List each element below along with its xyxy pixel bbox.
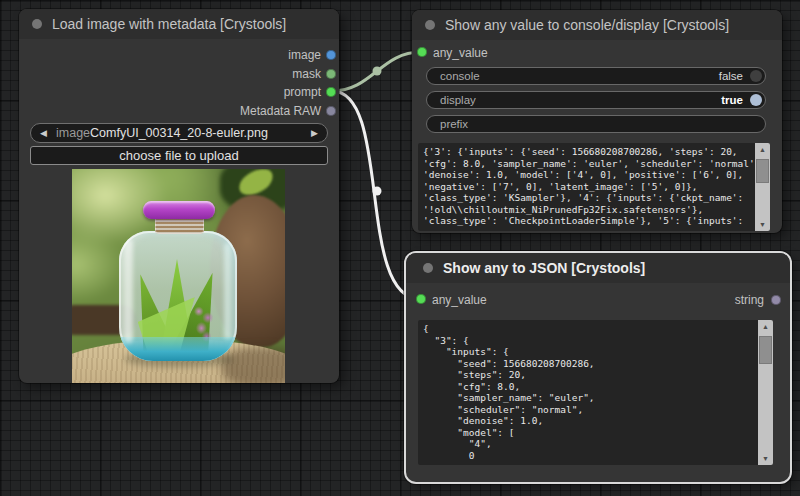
collapse-dot-icon[interactable] [32, 19, 42, 29]
node-titlebar[interactable]: Show any value to console/display [Cryst… [412, 10, 782, 40]
node-title: Show any value to console/display [Cryst… [445, 17, 729, 33]
combo-next-arrow-icon[interactable]: ▶ [311, 124, 318, 142]
output-slot-image[interactable] [326, 50, 336, 60]
choose-file-button[interactable]: choose file to upload [30, 146, 328, 165]
wire-midpoint-dot [373, 187, 382, 196]
output-label-metadata-raw: Metadata RAW [240, 104, 321, 118]
output-slot-metadata-raw[interactable] [326, 106, 336, 116]
scroll-down-icon[interactable]: ▼ [758, 452, 773, 465]
scroll-up-icon[interactable]: ▲ [758, 320, 773, 333]
combo-value: ComfyUI_00314_20-8-euler.png [31, 124, 327, 142]
widget-prefix-input[interactable]: prefix [426, 115, 766, 133]
console-output-textarea[interactable]: {'3': {'inputs': {'seed': 15668020870028… [418, 143, 770, 231]
input-label-any-value: any_value [432, 293, 487, 307]
preview-jar-lid [143, 201, 215, 219]
preview-table-shadow [222, 347, 285, 383]
output-label-string: string [735, 293, 764, 307]
node-title: Load image with metadata [Crystools] [52, 16, 286, 32]
input-slot-any-value[interactable] [417, 47, 427, 57]
preview-glass-jar [119, 231, 237, 361]
collapse-dot-icon[interactable] [425, 20, 435, 30]
toggle-off-icon[interactable] [750, 70, 762, 82]
output-label-image: image [288, 48, 321, 62]
scroll-up-icon[interactable]: ▲ [755, 143, 770, 156]
scrollbar[interactable]: ▲ ▼ [758, 320, 773, 465]
node-show-any-to-json[interactable]: Show any to JSON [Crystools] any_value s… [406, 253, 790, 482]
scroll-down-icon[interactable]: ▼ [755, 218, 770, 231]
scroll-thumb[interactable] [756, 159, 769, 183]
widget-label: prefix [440, 116, 468, 132]
output-label-prompt: prompt [284, 85, 321, 99]
node-titlebar[interactable]: Show any to JSON [Crystools] [406, 253, 790, 283]
node-load-image-with-metadata[interactable]: Load image with metadata [Crystools] ima… [19, 9, 339, 383]
json-output-textarea[interactable]: { "3": { "inputs": { "seed": 15668020870… [418, 320, 773, 465]
widget-label: display [440, 92, 476, 108]
widget-display-toggle[interactable]: display true [426, 91, 766, 109]
preview-glass-highlight [224, 243, 231, 339]
image-file-combo[interactable]: ◀ image ComfyUI_00314_20-8-euler.png ▶ [30, 123, 328, 143]
scrollbar[interactable]: ▲ ▼ [755, 143, 770, 231]
image-preview [72, 169, 285, 383]
node-title: Show any to JSON [Crystools] [443, 260, 645, 276]
console-output-text: {'3': {'inputs': {'seed': 15668020870028… [418, 143, 755, 230]
node-graph-canvas[interactable]: Load image with metadata [Crystools] ima… [0, 0, 800, 496]
widget-value: false [719, 68, 743, 84]
preview-glass-highlight [124, 239, 133, 343]
output-slot-string[interactable] [771, 295, 781, 305]
json-output-text: { "3": { "inputs": { "seed": 15668020870… [418, 320, 758, 464]
input-label-any-value: any_value [433, 46, 488, 60]
collapse-dot-icon[interactable] [423, 263, 433, 273]
toggle-on-icon[interactable] [750, 94, 762, 106]
input-slot-any-value[interactable] [416, 294, 426, 304]
output-slot-mask[interactable] [326, 69, 336, 79]
output-label-mask: mask [292, 67, 321, 81]
widget-value: true [721, 92, 743, 108]
widget-label: console [440, 68, 480, 84]
node-titlebar[interactable]: Load image with metadata [Crystools] [19, 9, 339, 39]
output-slot-prompt[interactable] [326, 87, 336, 97]
wire-prompt-to-console [332, 52, 421, 91]
scroll-thumb[interactable] [759, 336, 772, 364]
wire-midpoint-dot [373, 67, 382, 76]
widget-console-toggle[interactable]: console false [426, 67, 766, 85]
node-show-any-value-console-display[interactable]: Show any value to console/display [Cryst… [412, 10, 782, 233]
